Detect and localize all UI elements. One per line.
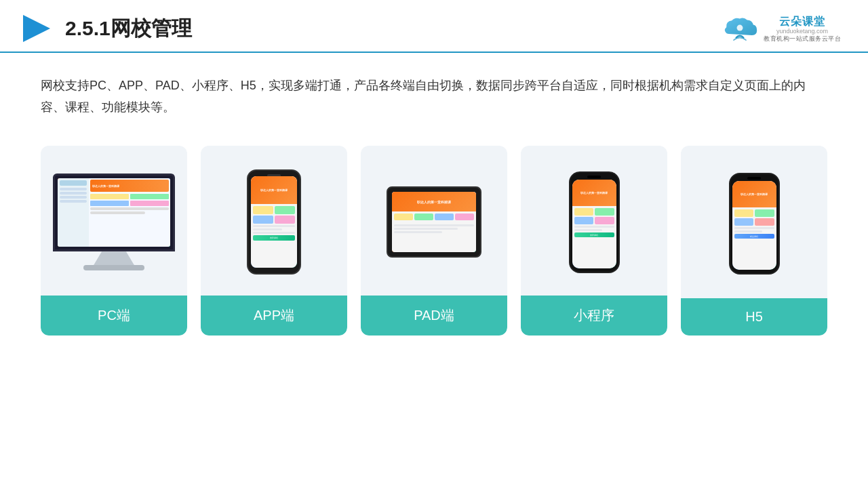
logo-name: 云朵课堂 — [764, 15, 841, 28]
h5-image-area: 职达人的第一堂科踏课 — [681, 146, 827, 298]
pad-image-area: 职达人的第一堂科踏课 — [361, 146, 507, 296]
logo-domain: yunduoketang.com — [764, 28, 841, 35]
section-number: 2.5.1 — [65, 17, 111, 39]
header: 2.5.1网校管理 云朵课堂 — [0, 0, 868, 53]
card-app: 职达人的第一堂科踏课 — [201, 146, 347, 336]
logo-text-area: 云朵课堂 yunduoketang.com 教育机构一站式服务云平台 — [764, 15, 841, 43]
card-miniapp: 职达人的第一堂科踏课 — [521, 146, 667, 336]
pc-label: PC端 — [41, 296, 187, 336]
app-label: APP端 — [201, 296, 347, 336]
phone-notch-mockup-miniapp: 职达人的第一堂科踏课 — [569, 171, 620, 273]
phone-notch-mockup-h5: 职达人的第一堂科踏课 — [729, 173, 780, 274]
page-container: 2.5.1网校管理 云朵课堂 — [0, 0, 868, 488]
cloud-logo-icon — [722, 16, 758, 41]
description-text: 网校支持PC、APP、PAD、小程序、H5，实现多端打通，产品各终端自由切换，数… — [0, 53, 868, 132]
pad-label: PAD端 — [361, 296, 507, 336]
svg-point-1 — [737, 25, 743, 31]
header-left: 2.5.1网校管理 — [20, 12, 192, 45]
page-title: 2.5.1网校管理 — [65, 15, 192, 43]
pc-image-area: 职达人的第一堂科踏课 — [41, 146, 187, 296]
app-image-area: 职达人的第一堂科踏课 — [201, 146, 347, 296]
cards-container: 职达人的第一堂科踏课 — [0, 132, 868, 356]
card-pad: 职达人的第一堂科踏课 — [361, 146, 507, 336]
logo-tagline: 教育机构一站式服务云平台 — [764, 35, 841, 43]
card-h5: 职达人的第一堂科踏课 — [681, 146, 827, 336]
tablet-mockup: 职达人的第一堂科踏课 — [387, 186, 481, 258]
miniapp-image-area: 职达人的第一堂科踏课 — [521, 146, 667, 296]
play-icon — [20, 12, 53, 45]
phone-mockup-app: 职达人的第一堂科踏课 — [247, 169, 301, 274]
miniapp-label: 小程序 — [521, 296, 667, 336]
svg-marker-0 — [23, 15, 50, 42]
title-text: 网校管理 — [111, 17, 192, 39]
h5-label: H5 — [681, 298, 827, 336]
logo-area: 云朵课堂 yunduoketang.com 教育机构一站式服务云平台 — [722, 15, 841, 43]
monitor-mockup: 职达人的第一堂科踏课 — [53, 174, 175, 270]
card-pc: 职达人的第一堂科踏课 — [41, 146, 187, 336]
